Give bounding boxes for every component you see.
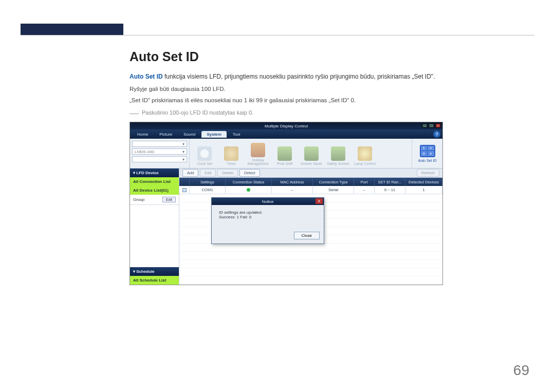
lead-paragraph: Auto Set ID funkcija visiems LFD, prijun… <box>130 71 524 82</box>
tab-home[interactable]: Home <box>132 131 153 138</box>
timer-icon <box>224 146 238 161</box>
help-icon[interactable]: ? <box>433 130 440 138</box>
dialog-title: Notice <box>262 199 274 204</box>
device-select-1[interactable]: ▾ <box>132 141 187 147</box>
tool-lamp-control[interactable]: Lamp Control <box>353 141 377 166</box>
page-title: Auto Set ID <box>130 49 524 64</box>
list-toolbar: Add Edit Delete Detect Refresh <box>179 169 442 178</box>
grid-icon: 1 2 3 4 <box>420 145 435 157</box>
app-body: LFD Device All Connection List All Devic… <box>130 169 442 285</box>
table-header: Settings Connection Status MAC Address C… <box>179 178 442 186</box>
dialog-footer: Close <box>212 230 324 244</box>
window-buttons: – □ × <box>422 123 441 128</box>
table-row[interactable]: COM1 -- Serial -- 0 ~ 11 1 <box>179 186 442 194</box>
lead-emphasis: Auto Set ID <box>130 73 163 80</box>
maximize-button[interactable]: □ <box>429 123 434 128</box>
lead-rest: funkcija visiems LFD, prijungtiems nuose… <box>163 73 435 80</box>
device-selectors: ▾ LMDE-040▾ ▾ <box>130 139 190 168</box>
edit-button[interactable]: Edit <box>162 197 176 202</box>
cell-detected: 1 <box>405 186 442 194</box>
tool-holiday[interactable]: Holiday Management <box>246 141 270 166</box>
col-port: Port <box>354 178 375 186</box>
refresh-button[interactable]: Refresh <box>417 169 439 177</box>
lamp-icon <box>358 146 372 161</box>
status-dot-icon <box>247 188 250 192</box>
dialog-titlebar: Notice X <box>212 198 324 205</box>
delete-button[interactable]: Delete <box>217 169 238 177</box>
grid-area: Notice X ID settings are updated. Succes… <box>179 194 442 285</box>
ribbon: ▾ LMDE-040▾ ▾ Clock Set Timer Holiday Ma… <box>130 139 442 169</box>
tab-system[interactable]: System <box>201 131 226 138</box>
body-line-3: „Set ID" priskiriamas iš eilės nuoseklia… <box>130 95 524 106</box>
cell-port: -- <box>354 186 375 194</box>
notice-dialog: Notice X ID settings are updated. Succes… <box>211 197 324 244</box>
tab-picture[interactable]: Picture <box>154 131 177 138</box>
row-checkbox[interactable] <box>182 188 187 192</box>
sidebar-fill <box>130 205 179 267</box>
dialog-close-button[interactable]: Close <box>294 232 320 239</box>
device-select-2[interactable]: LMDE-040▾ <box>132 148 187 155</box>
chevron-down-icon: ▾ <box>182 157 184 162</box>
page-content: Auto Set ID Auto Set ID funkcija visiems… <box>130 49 524 285</box>
app-screenshot: Multiple Display Control – □ × Home Pict… <box>130 122 443 285</box>
safety-screen-icon <box>331 146 345 161</box>
page-number: 69 <box>513 362 529 379</box>
cell-range: 0 ~ 11 <box>375 186 405 194</box>
window-title: Multiple Display Control <box>265 124 308 128</box>
close-button[interactable]: × <box>435 123 441 128</box>
detect-button[interactable]: Detect <box>239 169 260 177</box>
col-settings: Settings <box>190 178 226 186</box>
auto-set-id-label: Auto Set ID <box>418 159 437 162</box>
page-rule <box>21 35 534 35</box>
clock-icon <box>197 146 212 161</box>
tab-tool[interactable]: Tool <box>228 131 246 138</box>
col-mac: MAC Address <box>272 178 313 186</box>
sidebar: LFD Device All Connection List All Devic… <box>130 169 179 285</box>
chapter-color-bar <box>21 24 123 35</box>
sidebar-item-group[interactable]: Group Edit <box>130 195 179 205</box>
edit-list-button[interactable]: Edit <box>200 169 216 177</box>
sidebar-header-lfd[interactable]: LFD Device <box>130 169 179 177</box>
sidebar-item-all-schedule[interactable]: All Schedule List <box>130 276 179 285</box>
screen-saver-icon <box>304 146 319 161</box>
chevron-down-icon: ▾ <box>182 142 184 146</box>
sidebar-item-all-device[interactable]: All Device List(01) <box>130 186 179 195</box>
tool-screen-saver[interactable]: Screen Saver <box>300 141 323 166</box>
sidebar-item-all-connection[interactable]: All Connection List <box>130 177 179 186</box>
tab-sound[interactable]: Sound <box>178 131 200 138</box>
calendar-icon <box>251 143 265 157</box>
dialog-line-1: ID settings are updated. <box>219 210 317 215</box>
window-titlebar: Multiple Display Control – □ × <box>130 122 442 129</box>
tool-timer[interactable]: Timer <box>219 141 243 166</box>
auto-set-id-button[interactable]: 1 2 3 4 Auto Set ID <box>412 139 442 168</box>
col-setid-range: SET ID Ran... <box>375 178 405 186</box>
col-detected: Detected Devices <box>405 178 442 186</box>
cell-conn-type: Serial <box>313 186 354 194</box>
cell-settings: COM1 <box>190 186 226 194</box>
tool-safety-screen[interactable]: Safety Screen <box>326 141 350 166</box>
tool-clock-set[interactable]: Clock Set <box>193 141 216 166</box>
device-select-3[interactable]: ▾ <box>132 156 187 162</box>
col-conn-status: Connection Status <box>226 178 272 186</box>
col-checkbox <box>179 178 190 186</box>
sidebar-header-schedule[interactable]: Schedule <box>130 267 179 276</box>
tool-pixel-shift[interactable]: Pixel Shift <box>273 141 297 166</box>
chevron-down-icon: ▾ <box>182 150 184 154</box>
body-line-2: Ryšyje gali būti daugiausia 100 LFD. <box>130 84 524 95</box>
footnote: Paskutinio 100-ojo LFD ID nustatytas kai… <box>130 109 524 116</box>
dialog-line-2: Success: 1 Fail: 0 <box>219 215 317 219</box>
col-conn-type: Connection Type <box>313 178 354 186</box>
dialog-close-icon[interactable]: X <box>316 198 323 204</box>
add-button[interactable]: Add <box>182 169 198 177</box>
menu-bar: Home Picture Sound System Tool ? <box>130 129 442 139</box>
pixel-shift-icon <box>278 146 292 161</box>
minimize-button[interactable]: – <box>422 123 428 128</box>
cell-mac: -- <box>272 186 313 194</box>
ribbon-tools: Clock Set Timer Holiday Management Pixel… <box>190 139 412 168</box>
main-panel: Add Edit Delete Detect Refresh Settings … <box>179 169 442 285</box>
dialog-body: ID settings are updated. Success: 1 Fail… <box>212 205 324 230</box>
